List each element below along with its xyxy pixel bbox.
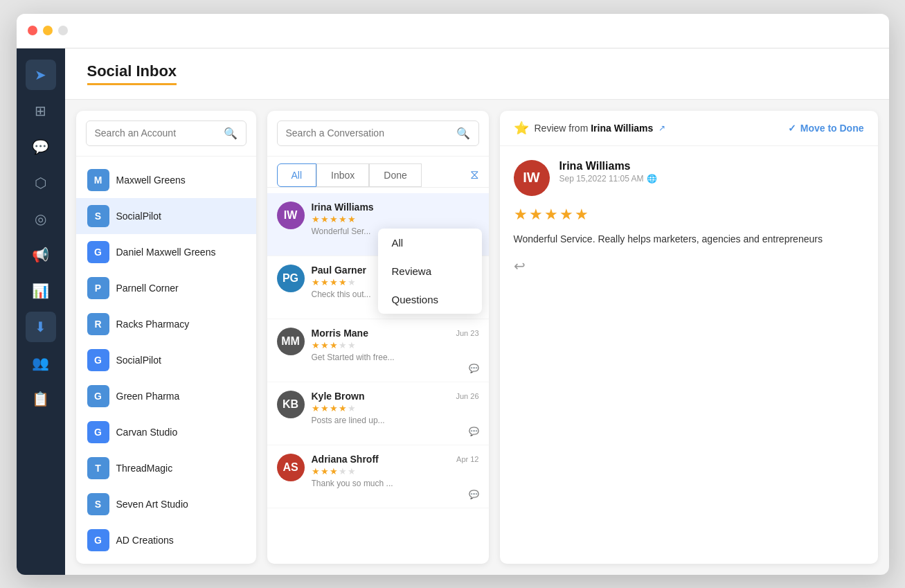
sidebar-icon-network[interactable]: ⬡ xyxy=(26,168,56,198)
conv-stars: ★★★★★ xyxy=(312,466,479,476)
account-avatar: T xyxy=(87,457,109,479)
account-item[interactable]: SSeven Art Studio xyxy=(76,486,256,522)
detail-panel: ⭐ Review from Irina Williams ↗ ✓ Move to… xyxy=(500,111,878,564)
panels-row: 🔍 MMaxwell GreensSSocialPilotGDaniel Max… xyxy=(65,100,889,575)
globe-icon: 🌐 xyxy=(647,174,657,184)
conversations-panel: 🔍 AllInboxDone⧖ IWIrina Williams★★★★★Won… xyxy=(267,111,489,564)
sidebar-icon-download[interactable]: ⬇ xyxy=(26,312,56,342)
reviewer-full-name: Irina Williams xyxy=(559,160,864,172)
review-prefix: Review from xyxy=(535,123,591,134)
account-item[interactable]: SSocialPilot xyxy=(76,198,256,234)
conv-avatar: AS xyxy=(277,454,305,481)
close-button[interactable] xyxy=(28,26,37,35)
account-avatar: G xyxy=(87,421,109,443)
sidebar-icon-chat[interactable]: 💬 xyxy=(26,132,56,162)
conv-name: Kyle Brown xyxy=(312,391,365,402)
conv-search-box[interactable]: 🔍 xyxy=(277,121,479,146)
dropdown-item-questions[interactable]: Questions xyxy=(378,285,482,314)
account-avatar: G xyxy=(87,529,109,551)
chat-bubble-icon: 💬 xyxy=(469,490,479,499)
account-item[interactable]: GGreen Pharma xyxy=(76,378,256,414)
maximize-button[interactable] xyxy=(58,26,68,35)
account-name: SocialPilot xyxy=(116,211,161,222)
account-name: AD Creations xyxy=(116,535,174,546)
detail-title: Review from Irina Williams xyxy=(535,123,654,134)
account-avatar: S xyxy=(87,205,109,227)
reply-icon[interactable]: ↩ xyxy=(514,258,864,274)
conv-stars: ★★★★★ xyxy=(312,403,479,413)
sidebar-icon-users[interactable]: 👥 xyxy=(26,348,56,378)
traffic-lights xyxy=(28,26,68,35)
sidebar-icon-megaphone[interactable]: 📢 xyxy=(26,240,56,270)
external-link-icon[interactable]: ↗ xyxy=(658,123,665,133)
conv-stars: ★★★★★ xyxy=(312,214,479,224)
detail-header-left: ⭐ Review from Irina Williams ↗ xyxy=(514,121,781,136)
conv-tab-inbox[interactable]: Inbox xyxy=(316,163,369,187)
account-name: Racks Pharmacy xyxy=(116,319,190,330)
conv-search-container: 🔍 xyxy=(267,111,489,157)
review-star-icon: ⭐ xyxy=(514,121,529,136)
account-item[interactable]: TThreadMagic xyxy=(76,450,256,486)
checkmark-icon: ✓ xyxy=(788,123,796,134)
account-search-container: 🔍 xyxy=(76,111,256,157)
detail-review-text: Wonderful Service. Really helps marketer… xyxy=(514,232,864,247)
conv-date: Jun 26 xyxy=(456,392,478,400)
dropdown-item-all[interactable]: All xyxy=(378,229,482,257)
filter-icon[interactable]: ⧖ xyxy=(470,168,479,182)
account-avatar: G xyxy=(87,241,109,263)
account-avatar: M xyxy=(87,169,109,191)
conv-avatar: MM xyxy=(277,328,305,355)
reviewer-date: Sep 15,2022 11:05 AM xyxy=(559,174,644,184)
detail-stars: ★★★★★ xyxy=(514,206,864,224)
page-title: Social Inbox xyxy=(87,62,177,85)
account-name: Seven Art Studio xyxy=(116,499,188,510)
conv-name: Irina Williams xyxy=(312,202,374,213)
account-avatar: R xyxy=(87,313,109,335)
conv-avatar: KB xyxy=(277,391,305,418)
reviewer-row: IW Irina Williams Sep 15,2022 11:05 AM 🌐 xyxy=(514,160,864,196)
conv-item[interactable]: KBKyle BrownJun 26★★★★★Posts are lined u… xyxy=(267,382,489,445)
minimize-button[interactable] xyxy=(43,26,53,35)
conv-tab-done[interactable]: Done xyxy=(369,163,421,187)
chat-bubble-icon: 💬 xyxy=(469,427,479,436)
account-item[interactable]: GDaniel Maxwell Greens xyxy=(76,234,256,270)
reviewer-avatar: IW xyxy=(514,160,550,196)
sidebar-icon-dashboard[interactable]: ⊞ xyxy=(26,96,56,126)
conv-body: Morris ManeJun 23★★★★★Get Started with f… xyxy=(312,328,479,373)
account-name: SocialPilot xyxy=(116,355,161,366)
conv-avatar: IW xyxy=(277,202,305,229)
detail-header: ⭐ Review from Irina Williams ↗ ✓ Move to… xyxy=(500,111,878,146)
chat-bubble-icon: 💬 xyxy=(469,364,479,373)
page-header: Social Inbox xyxy=(65,48,889,100)
dropdown-item-reviewa[interactable]: Reviewa xyxy=(378,257,482,285)
account-avatar: G xyxy=(87,349,109,371)
sidebar-icon-send[interactable]: ➤ xyxy=(26,60,56,90)
move-to-done-button[interactable]: ✓ Move to Done xyxy=(788,123,864,134)
conv-tab-all[interactable]: All xyxy=(277,163,317,187)
account-search-input[interactable] xyxy=(95,127,218,139)
conv-body: Kyle BrownJun 26★★★★★Posts are lined up.… xyxy=(312,391,479,436)
account-name: Carvan Studio xyxy=(116,427,178,438)
sidebar-icon-docs[interactable]: 📋 xyxy=(26,384,56,414)
account-name: Maxwell Greens xyxy=(116,175,186,186)
search-icon: 🔍 xyxy=(224,127,238,140)
conv-preview: Thank you so much ... xyxy=(312,479,479,488)
account-item[interactable]: PParnell Corner xyxy=(76,270,256,306)
conv-name: Morris Mane xyxy=(312,328,368,339)
sidebar-icon-support[interactable]: ◎ xyxy=(26,204,56,234)
account-item[interactable]: GAD Creations xyxy=(76,522,256,558)
account-avatar: S xyxy=(87,493,109,515)
titlebar xyxy=(17,14,889,48)
conv-item[interactable]: ASAdriana ShroffApr 12★★★★★Thank you so … xyxy=(267,445,489,508)
sidebar-icon-chart[interactable]: 📊 xyxy=(26,276,56,306)
conv-avatar: PG xyxy=(277,265,305,292)
account-item[interactable]: RRacks Pharmacy xyxy=(76,306,256,342)
account-item[interactable]: GSocialPilot xyxy=(76,342,256,378)
conv-search-icon: 🔍 xyxy=(456,127,470,140)
conv-search-input[interactable] xyxy=(286,127,451,139)
account-item[interactable]: MMaxwell Greens xyxy=(76,162,256,198)
account-item[interactable]: GCarvan Studio xyxy=(76,414,256,450)
conv-item[interactable]: MMMorris ManeJun 23★★★★★Get Started with… xyxy=(267,319,489,382)
account-list: MMaxwell GreensSSocialPilotGDaniel Maxwe… xyxy=(76,157,256,564)
account-search-box[interactable]: 🔍 xyxy=(86,121,247,146)
